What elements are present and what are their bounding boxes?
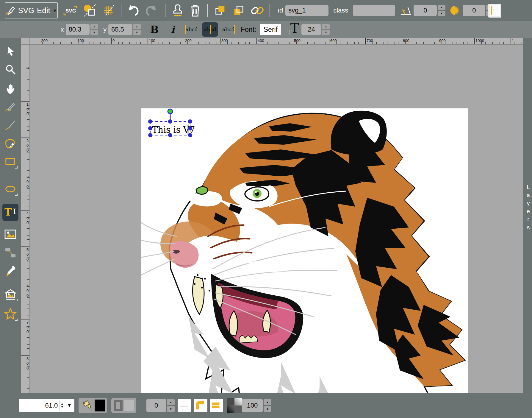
opacity-spinner[interactable]: ▲▼ (264, 399, 271, 412)
x-label: x (61, 26, 64, 33)
path-tool-button[interactable] (2, 136, 18, 151)
text-anchor-start-button[interactable]: abcd (184, 22, 200, 37)
x-input[interactable] (66, 24, 90, 35)
h-ruler-label: 900 (438, 38, 474, 45)
redo-button[interactable] (144, 3, 158, 18)
shape-library-button[interactable] (2, 287, 18, 302)
pan-tool-button[interactable] (2, 81, 18, 96)
layers-panel-toggle[interactable]: Layers (523, 38, 532, 393)
h-ruler-label: 200 (184, 38, 220, 45)
workspace[interactable]: This is V7 (30, 45, 523, 393)
delete-button[interactable] (189, 3, 202, 18)
v-ruler-label: 700 (21, 319, 30, 355)
line-tool-button[interactable] (2, 118, 18, 133)
stroke-width-input[interactable] (146, 399, 166, 412)
stroke-swatch[interactable] (124, 400, 134, 411)
rotate-handle[interactable] (168, 109, 173, 114)
anchor-end-sample: abcd (222, 26, 234, 32)
align-button[interactable] (488, 4, 501, 18)
id-input[interactable] (285, 5, 328, 16)
grid-snap-icon (102, 4, 115, 17)
fill-bucket-icon (81, 400, 93, 411)
angle-input[interactable] (414, 5, 437, 16)
text-anchor-middle-button[interactable]: abcd (202, 22, 218, 37)
move-to-top-button[interactable] (214, 4, 227, 17)
clone-button[interactable] (171, 3, 184, 18)
class-input[interactable] (353, 5, 395, 16)
h-ruler-label: 100 (148, 38, 184, 45)
eyedropper-tool-button[interactable] (2, 264, 18, 279)
magnifier-icon (5, 64, 16, 75)
link-icon (250, 4, 265, 17)
logo-label: SVG-Edit (18, 6, 50, 15)
text-tool-button[interactable]: T (2, 204, 18, 221)
font-size-spinner[interactable]: ▲▼ (322, 24, 330, 35)
ellipse-tool-button[interactable] (2, 182, 18, 196)
stroke-dash-button[interactable]: — (178, 399, 191, 412)
y-spinner[interactable]: ▲▼ (133, 24, 141, 35)
fill-swatch[interactable] (95, 400, 105, 411)
font-family-button[interactable]: Serif (260, 24, 281, 35)
horizontal-ruler: -200-10001002003004005006007008009001000… (30, 38, 523, 45)
ruler-corner (21, 38, 30, 45)
layers-label: Layers (524, 184, 531, 232)
v-ruler-label: 300 (21, 174, 30, 210)
stroke-icon (114, 400, 123, 411)
h-ruler-label: 800 (402, 38, 438, 45)
h-ruler-label: 0 (111, 38, 148, 45)
move-to-top-icon (214, 4, 226, 17)
rectangle-icon (4, 156, 17, 167)
select-tool-button[interactable] (2, 43, 18, 58)
grid-snap-button[interactable] (102, 4, 115, 17)
star-tool-button[interactable] (2, 307, 18, 322)
flyout-corner-icon (15, 319, 18, 321)
menu-caret-icon: ▼ (53, 8, 57, 13)
connector-tool-button[interactable] (2, 245, 18, 260)
stroke-color-control[interactable] (111, 398, 136, 413)
blur-input[interactable] (463, 5, 485, 16)
rotation-angle-label (400, 4, 412, 16)
main-menu-button[interactable]: ✳ SVG-Edit ▼ (5, 2, 58, 18)
y-input[interactable] (108, 24, 132, 35)
image-tool-button[interactable] (2, 227, 18, 242)
blur-icon (450, 5, 460, 16)
h-ruler-label: 300 (220, 38, 256, 45)
zoom-dropdown-icon[interactable]: ▼ (64, 403, 74, 408)
stroke-width-spinner[interactable]: ▲▼ (167, 399, 175, 412)
class-label: class (333, 7, 348, 14)
rectangle-tool-button[interactable] (2, 154, 18, 169)
italic-button[interactable]: i (168, 22, 178, 37)
font-size-input[interactable] (301, 24, 321, 35)
x-spinner[interactable]: ▲▼ (90, 24, 98, 35)
logo-pencil-icon: ✳ (5, 5, 15, 15)
bold-button[interactable]: B (148, 22, 161, 37)
text-anchor-end-button[interactable]: abcd (220, 22, 237, 37)
document-properties-button[interactable] (82, 3, 97, 18)
stroke-linecap-button[interactable] (210, 399, 223, 412)
tools-sidebar: T (0, 38, 21, 393)
image-icon (4, 229, 17, 240)
canvas-text-element[interactable]: This is V7 (152, 125, 195, 135)
move-to-bottom-button[interactable] (232, 4, 245, 17)
zoom-tool-button[interactable] (2, 62, 18, 77)
svg-source-button[interactable]: SVG (63, 3, 77, 18)
pencil-tool-button[interactable] (2, 99, 18, 114)
h-ruler-label: 500 (293, 38, 329, 45)
anchor-middle-bar-icon (210, 25, 211, 34)
select-arrow-icon (5, 45, 16, 57)
opacity-input[interactable] (242, 399, 263, 412)
angle-spinner[interactable]: ▲▼ (438, 5, 445, 16)
fill-color-control[interactable] (79, 398, 107, 413)
zoom-spinner[interactable]: ▲▼ (60, 402, 64, 409)
stroke-linejoin-button[interactable] (194, 399, 207, 412)
clone-stamp-icon (171, 4, 184, 17)
ellipse-icon (4, 183, 17, 195)
shape-properties-icon (82, 3, 97, 18)
make-link-button[interactable] (250, 4, 265, 17)
svg-canvas[interactable]: This is V7 (141, 108, 468, 418)
undo-button[interactable] (126, 3, 140, 18)
line-icon (4, 119, 16, 131)
vertical-ruler: 0100200300400500600700800 (21, 45, 30, 393)
h-ruler-label: 1000 (474, 38, 511, 45)
zoom-control[interactable]: 61.0 ▲▼ ▼ (19, 399, 74, 412)
